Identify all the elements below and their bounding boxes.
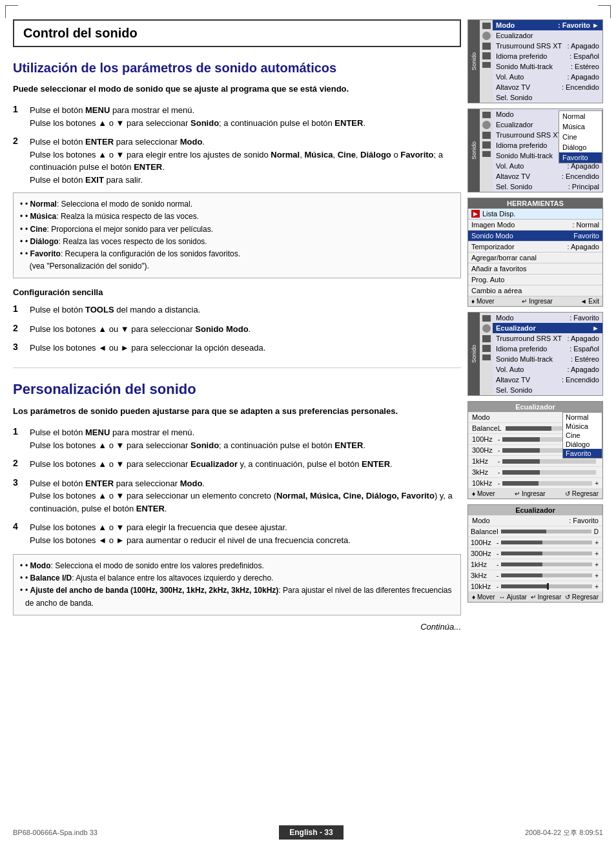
panel1-icon-4 xyxy=(482,52,491,59)
s2-step-2: 2 Pulse los botones ▲ o ▼ para seleccion… xyxy=(13,458,461,471)
panel3-sel: Sel. Sonido xyxy=(493,385,602,395)
s2-step-3-text: Pulse el botón ENTER para seleccionar Mo… xyxy=(30,477,461,515)
eq1-drop-favorito: Favorito xyxy=(563,449,602,458)
continua-text: Continúa... xyxy=(13,622,461,632)
panel3-volauto: Vol. Auto: Apagado xyxy=(493,364,602,375)
panel2-icon-5 xyxy=(482,151,491,157)
main-content: Control del sonido Utilización de los pa… xyxy=(0,0,616,645)
step-2-text: Pulse el botón ENTER para seleccionar Mo… xyxy=(30,136,461,186)
panel1-sel: Sel. Sonido xyxy=(493,92,602,103)
panel3-icon-1 xyxy=(482,315,491,322)
footer-center: English - 33 xyxy=(279,825,343,840)
eq2-balance-fill xyxy=(501,530,546,533)
eq1-300hz-bar xyxy=(502,448,540,453)
s2-step-4-text: Pulse los botones ▲ o ▼ para elegir la f… xyxy=(30,521,351,546)
eq2-10khz-thumb xyxy=(547,583,549,590)
s2-step-4-num: 4 xyxy=(13,521,26,531)
config-step-3-num: 3 xyxy=(13,342,26,352)
dropdown-normal: Normal xyxy=(559,111,602,121)
eq2-10khz-fill xyxy=(501,584,546,588)
eq2-3khz-fill xyxy=(501,573,542,577)
eq1-drop-cine: Cine xyxy=(563,431,602,440)
panel1-trusurround: Trusurround SRS XT: Apagado xyxy=(493,41,602,51)
eq1-header: Ecualizador xyxy=(468,402,602,412)
config-step-2: 2 Pulse los botones ▲ ou ▼ para seleccio… xyxy=(13,323,461,336)
bullet-2: • Música: Realza la música respecto de l… xyxy=(20,211,454,223)
eq1-3khz: 3kHz - xyxy=(468,467,602,478)
footer-right: 2008-04-22 오후 8:09:51 xyxy=(525,828,603,838)
herr-imagen-modo: Imagen Modo: Normal xyxy=(468,220,602,231)
eq2-1khz: 1kHz - + xyxy=(468,559,602,570)
bullet-3: • Cine: Proporciona el mejor sonido para… xyxy=(20,223,454,236)
config-step-3-text: Pulse los botones ◄ ou ► para selecciona… xyxy=(30,342,265,355)
eq1-dropdown: Normal Música Cine Diálogo Favorito xyxy=(562,412,602,459)
panel1-idioma: Idioma preferido: Español xyxy=(493,51,602,61)
intro-text: Puede seleccionar el modo de sonido que … xyxy=(13,83,461,95)
eq2-3khz: 3kHz - + xyxy=(468,570,602,581)
panel2-icon-3 xyxy=(482,132,491,139)
config-step-1: 1 Pulse el botón TOOLS del mando a dista… xyxy=(13,304,461,316)
panel1-multitrack: Sonido Multi-track: Estéreo xyxy=(493,61,602,72)
herr-footer: ♦ Mover ↵ Ingresar ◄ Exit xyxy=(468,296,602,306)
eq1-1khz-bar xyxy=(502,459,540,464)
panel3-multitrack: Sonido Multi-track: Estéreo xyxy=(493,354,602,364)
s2-step-4: 4 Pulse los botones ▲ o ▼ para elegir la… xyxy=(13,521,461,546)
eq2-modo: Modo: Favorito xyxy=(468,515,602,526)
eq1-drop-normal: Normal xyxy=(563,413,602,422)
eq2-100hz: 100Hz - + xyxy=(468,537,602,548)
panel2-icon-1 xyxy=(482,112,491,118)
eq-panel-2: Ecualizador Modo: Favorito Balance I D 1… xyxy=(467,504,603,603)
eq1-modo-row: Modo Normal Música Cine Diálogo Favorito xyxy=(468,412,602,423)
eq2-footer: ♦ Mover ↔ Ajustar ↵ Ingresar ↺ Regresar xyxy=(468,592,602,602)
herr-cambio-aerea: Cambio a aérea xyxy=(468,285,602,296)
herr-temporizador: Temporizador: Apagado xyxy=(468,242,602,253)
bullet-5: • Favorito: Recupera la configuración de… xyxy=(20,248,454,273)
s2-bullet-1: • Modo: Selecciona el modo de sonido ent… xyxy=(20,560,454,572)
panel3-icon-4 xyxy=(482,345,491,352)
main-heading: Utilización de los parámetros de sonido … xyxy=(13,60,461,76)
panel3-icon-5 xyxy=(482,355,491,360)
eq-panel-1: Ecualizador Modo Normal Música Cine Diál… xyxy=(467,401,603,499)
section-divider xyxy=(13,367,461,368)
panel3-ecualizador: Ecualizador► xyxy=(493,323,602,333)
panel2-altavoz: Altavoz TV: Encendido xyxy=(493,171,602,181)
corner-tl xyxy=(5,5,18,18)
eq1-drop-musica: Música xyxy=(563,422,602,431)
step-1-num: 1 xyxy=(13,104,26,114)
eq2-10khz: 10kHz - + xyxy=(468,581,602,592)
eq2-header: Ecualizador xyxy=(468,505,602,515)
dropdown-dialogo: Diálogo xyxy=(559,142,602,152)
s2-step-1-num: 1 xyxy=(13,426,26,437)
s2-step-1-text: Pulse el botón MENU para mostrar el menú… xyxy=(30,426,365,451)
s2-step-3: 3 Pulse el botón ENTER para seleccionar … xyxy=(13,477,461,515)
panel2-sidebar-label: Sonido xyxy=(471,138,477,163)
panel2-icon-4 xyxy=(482,141,491,149)
tv-panel-2: Sonido Modo Ecualizador Trusurround SRS … xyxy=(467,108,603,192)
panel1-icon-2 xyxy=(482,32,491,40)
eq1-balance-bar xyxy=(506,426,551,431)
tv-panel-3: Sonido Modo: Favorito Ecualizador► xyxy=(467,312,603,396)
dropdown-musica: Música xyxy=(559,121,602,132)
dropdown-cine: Cine xyxy=(559,132,602,142)
eq2-balance: Balance I D xyxy=(468,526,602,537)
section-title: Control del sonido xyxy=(23,26,451,41)
step-2: 2 Pulse el botón ENTER para seleccionar … xyxy=(13,136,461,186)
eq1-100hz-bar xyxy=(502,437,540,442)
panel1-ecualizador: Ecualizador xyxy=(493,30,602,41)
panel3-trusurround: Trusurround SRS XT: Apagado xyxy=(493,333,602,344)
config-step-3: 3 Pulse los botones ◄ ou ► para seleccio… xyxy=(13,342,461,355)
panel1-volauto: Vol. Auto: Apagado xyxy=(493,72,602,82)
s2-step-3-num: 3 xyxy=(13,477,26,488)
panel1-altavoz: Altavoz TV: Encendido xyxy=(493,82,602,92)
eq2-1khz-fill xyxy=(501,562,542,566)
eq2-300hz-fill xyxy=(501,552,542,555)
eq1-footer: ♦ Mover ↵ Ingresar ↺ Regresar xyxy=(468,489,602,499)
step-1-text: Pulse el botón MENU para mostrar el menú… xyxy=(30,104,365,129)
footer-left: BP68-00666A-Spa.indb 33 xyxy=(13,829,98,836)
config-step-1-text: Pulse el botón TOOLS del mando a distanc… xyxy=(30,304,200,316)
panel1-sidebar-label: Sonido xyxy=(471,48,477,74)
panel1-mode-row: Modo : Favorito ► xyxy=(493,20,602,30)
s2-step-2-text: Pulse los botones ▲ o ▼ para seleccionar… xyxy=(30,458,393,471)
left-column: Control del sonido Utilización de los pa… xyxy=(13,19,461,632)
panel2-sel: Sel. Sonido: Principal xyxy=(493,181,602,192)
